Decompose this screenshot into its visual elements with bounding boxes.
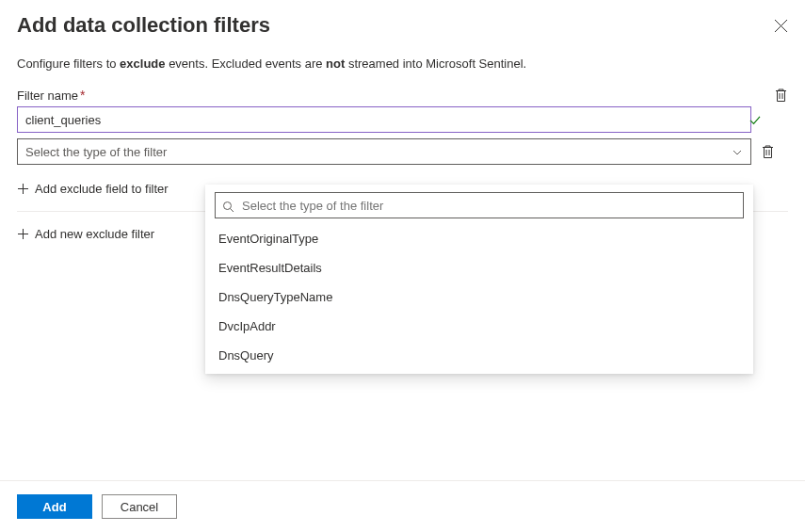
close-icon (774, 19, 788, 33)
dropdown-search-input[interactable] (215, 192, 744, 218)
required-indicator: * (80, 88, 85, 103)
dropdown-option[interactable]: DvcIpAddr (205, 312, 753, 341)
valid-check-icon (749, 112, 762, 127)
svg-point-0 (224, 202, 232, 209)
trash-icon (774, 88, 788, 103)
filter-type-dropdown: EventOriginalType EventResultDetails Dns… (205, 185, 753, 374)
page-title: Add data collection filters (17, 13, 270, 38)
search-icon (222, 198, 234, 213)
delete-type-button[interactable] (761, 144, 775, 159)
filter-type-placeholder: Select the type of the filter (25, 145, 732, 159)
dropdown-option[interactable]: EventResultDetails (205, 253, 753, 282)
chevron-down-icon (732, 144, 743, 159)
filter-type-select[interactable]: Select the type of the filter (17, 138, 751, 165)
close-button[interactable] (770, 13, 792, 37)
plus-icon (17, 183, 29, 195)
footer-bar: Add Cancel (0, 480, 805, 532)
dropdown-option[interactable]: DnsQuery (205, 341, 753, 370)
cancel-button[interactable]: Cancel (102, 494, 177, 519)
dropdown-option[interactable]: EventOriginalType (205, 224, 753, 253)
plus-icon (17, 228, 29, 240)
trash-icon (761, 144, 775, 159)
subtitle-text: Configure filters to exclude events. Exc… (17, 56, 788, 71)
filter-name-input[interactable] (17, 106, 751, 133)
add-button[interactable]: Add (17, 494, 92, 519)
delete-filter-button[interactable] (774, 88, 788, 103)
filter-name-label: Filter name (17, 89, 78, 103)
dropdown-option[interactable]: DnsQueryTypeName (205, 282, 753, 312)
